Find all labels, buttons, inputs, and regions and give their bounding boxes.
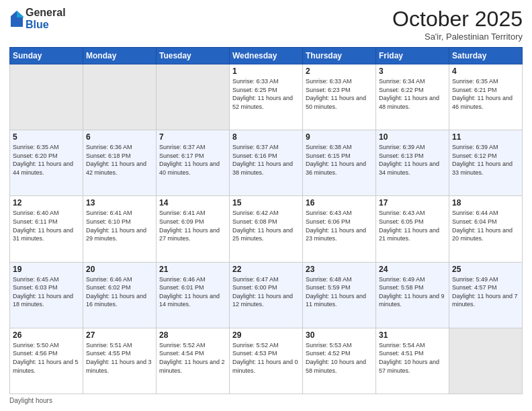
day-info: Sunrise: 6:37 AMSunset: 6:17 PMDaylight:… <box>159 143 226 177</box>
day-number: 9 <box>306 132 373 142</box>
calendar-cell <box>10 64 83 130</box>
day-info: Sunrise: 6:37 AMSunset: 6:16 PMDaylight:… <box>232 143 300 177</box>
day-number: 12 <box>13 198 80 208</box>
calendar-week-row: 12Sunrise: 6:40 AMSunset: 6:11 PMDayligh… <box>10 196 523 262</box>
day-info: Sunrise: 5:52 AMSunset: 4:54 PMDaylight:… <box>159 341 226 375</box>
day-info: Sunrise: 6:48 AMSunset: 5:59 PMDaylight:… <box>306 275 373 309</box>
day-info: Sunrise: 6:46 AMSunset: 6:01 PMDaylight:… <box>159 275 226 309</box>
header: General Blue October 2025 Sa'ir, Palesti… <box>9 7 523 42</box>
day-info: Sunrise: 5:49 AMSunset: 4:57 PMDaylight:… <box>452 275 519 309</box>
day-info: Sunrise: 6:35 AMSunset: 6:21 PMDaylight:… <box>452 77 519 111</box>
day-info: Sunrise: 6:42 AMSunset: 6:08 PMDaylight:… <box>232 209 300 242</box>
day-number: 3 <box>379 66 446 76</box>
calendar-week-row: 5Sunrise: 6:35 AMSunset: 6:20 PMDaylight… <box>10 130 523 196</box>
day-number: 27 <box>86 330 153 340</box>
calendar-week-row: 1Sunrise: 6:33 AMSunset: 6:25 PMDaylight… <box>10 64 523 130</box>
calendar-cell: 30Sunrise: 5:53 AMSunset: 4:52 PMDayligh… <box>303 328 376 394</box>
calendar-week-row: 19Sunrise: 6:45 AMSunset: 6:03 PMDayligh… <box>10 262 523 328</box>
day-number: 31 <box>379 330 446 340</box>
day-info: Sunrise: 6:49 AMSunset: 5:58 PMDaylight:… <box>379 275 446 309</box>
calendar-cell: 16Sunrise: 6:43 AMSunset: 6:06 PMDayligh… <box>303 196 376 262</box>
day-number: 17 <box>379 198 446 208</box>
day-number: 30 <box>306 330 373 340</box>
day-number: 25 <box>452 265 519 274</box>
day-header-saturday: Saturday <box>449 48 523 64</box>
day-info: Sunrise: 6:36 AMSunset: 6:18 PMDaylight:… <box>86 143 153 177</box>
calendar-cell: 7Sunrise: 6:37 AMSunset: 6:17 PMDaylight… <box>157 130 230 196</box>
calendar-cell: 17Sunrise: 6:43 AMSunset: 6:05 PMDayligh… <box>376 196 449 262</box>
calendar-cell: 3Sunrise: 6:34 AMSunset: 6:22 PMDaylight… <box>376 64 449 130</box>
calendar-cell: 20Sunrise: 6:46 AMSunset: 6:02 PMDayligh… <box>83 262 157 328</box>
calendar-cell: 26Sunrise: 5:50 AMSunset: 4:56 PMDayligh… <box>10 328 83 394</box>
day-number: 28 <box>159 330 226 340</box>
day-header-sunday: Sunday <box>10 48 83 64</box>
day-header-tuesday: Tuesday <box>157 48 230 64</box>
calendar-cell: 11Sunrise: 6:39 AMSunset: 6:12 PMDayligh… <box>449 130 523 196</box>
day-info: Sunrise: 6:47 AMSunset: 6:00 PMDaylight:… <box>232 275 300 309</box>
day-number: 18 <box>452 198 519 208</box>
day-info: Sunrise: 6:43 AMSunset: 6:06 PMDaylight:… <box>306 209 373 242</box>
day-number: 7 <box>159 132 226 142</box>
daylight-label: Daylight hours <box>9 397 52 404</box>
day-info: Sunrise: 6:39 AMSunset: 6:12 PMDaylight:… <box>452 143 519 177</box>
calendar-cell: 13Sunrise: 6:41 AMSunset: 6:10 PMDayligh… <box>83 196 157 262</box>
day-number: 24 <box>379 265 446 274</box>
day-number: 13 <box>86 198 153 208</box>
day-info: Sunrise: 6:35 AMSunset: 6:20 PMDaylight:… <box>13 143 80 177</box>
day-number: 21 <box>159 265 226 274</box>
day-info: Sunrise: 6:45 AMSunset: 6:03 PMDaylight:… <box>13 275 80 309</box>
day-number: 23 <box>306 265 373 274</box>
day-info: Sunrise: 6:39 AMSunset: 6:13 PMDaylight:… <box>379 143 446 177</box>
logo-icon <box>9 9 24 28</box>
calendar-cell: 22Sunrise: 6:47 AMSunset: 6:00 PMDayligh… <box>230 262 303 328</box>
calendar-cell: 18Sunrise: 6:44 AMSunset: 6:04 PMDayligh… <box>449 196 523 262</box>
day-info: Sunrise: 6:46 AMSunset: 6:02 PMDaylight:… <box>86 275 153 309</box>
day-number: 16 <box>306 198 373 208</box>
day-info: Sunrise: 6:33 AMSunset: 6:25 PMDaylight:… <box>232 77 300 111</box>
day-info: Sunrise: 5:50 AMSunset: 4:56 PMDaylight:… <box>13 341 80 375</box>
calendar-cell: 19Sunrise: 6:45 AMSunset: 6:03 PMDayligh… <box>10 262 83 328</box>
month-title: October 2025 <box>392 7 523 32</box>
calendar-cell: 15Sunrise: 6:42 AMSunset: 6:08 PMDayligh… <box>230 196 303 262</box>
svg-marker-1 <box>17 11 24 17</box>
day-number: 8 <box>232 132 300 142</box>
calendar-cell <box>157 64 230 130</box>
day-number: 15 <box>232 198 300 208</box>
day-number: 11 <box>452 132 519 142</box>
day-info: Sunrise: 6:44 AMSunset: 6:04 PMDaylight:… <box>452 209 519 242</box>
calendar-cell <box>449 328 523 394</box>
day-number: 19 <box>13 265 80 274</box>
calendar-cell: 28Sunrise: 5:52 AMSunset: 4:54 PMDayligh… <box>157 328 230 394</box>
day-number: 4 <box>452 66 519 76</box>
title-block: October 2025 Sa'ir, Palestinian Territor… <box>392 7 523 42</box>
calendar-cell: 9Sunrise: 6:38 AMSunset: 6:15 PMDaylight… <box>303 130 376 196</box>
calendar-cell: 4Sunrise: 6:35 AMSunset: 6:21 PMDaylight… <box>449 64 523 130</box>
calendar-table: SundayMondayTuesdayWednesdayThursdayFrid… <box>9 47 523 394</box>
day-number: 1 <box>232 66 300 76</box>
footer-note: Daylight hours <box>9 397 523 404</box>
calendar-cell: 12Sunrise: 6:40 AMSunset: 6:11 PMDayligh… <box>10 196 83 262</box>
day-number: 26 <box>13 330 80 340</box>
day-info: Sunrise: 6:43 AMSunset: 6:05 PMDaylight:… <box>379 209 446 242</box>
day-info: Sunrise: 5:52 AMSunset: 4:53 PMDaylight:… <box>232 341 300 375</box>
day-info: Sunrise: 6:38 AMSunset: 6:15 PMDaylight:… <box>306 143 373 177</box>
calendar-week-row: 26Sunrise: 5:50 AMSunset: 4:56 PMDayligh… <box>10 328 523 394</box>
calendar-cell: 10Sunrise: 6:39 AMSunset: 6:13 PMDayligh… <box>376 130 449 196</box>
calendar-cell: 8Sunrise: 6:37 AMSunset: 6:16 PMDaylight… <box>230 130 303 196</box>
day-header-friday: Friday <box>376 48 449 64</box>
location: Sa'ir, Palestinian Territory <box>392 32 523 42</box>
day-info: Sunrise: 5:54 AMSunset: 4:51 PMDaylight:… <box>379 341 446 375</box>
day-info: Sunrise: 6:40 AMSunset: 6:11 PMDaylight:… <box>13 209 80 242</box>
day-header-wednesday: Wednesday <box>230 48 303 64</box>
day-info: Sunrise: 6:41 AMSunset: 6:10 PMDaylight:… <box>86 209 153 242</box>
day-number: 20 <box>86 265 153 274</box>
calendar-cell: 25Sunrise: 5:49 AMSunset: 4:57 PMDayligh… <box>449 262 523 328</box>
calendar-cell: 31Sunrise: 5:54 AMSunset: 4:51 PMDayligh… <box>376 328 449 394</box>
calendar-cell: 2Sunrise: 6:33 AMSunset: 6:23 PMDaylight… <box>303 64 376 130</box>
calendar-cell: 23Sunrise: 6:48 AMSunset: 5:59 PMDayligh… <box>303 262 376 328</box>
day-number: 22 <box>232 265 300 274</box>
day-info: Sunrise: 5:51 AMSunset: 4:55 PMDaylight:… <box>86 341 153 375</box>
logo: General Blue <box>9 7 66 30</box>
calendar-header-row: SundayMondayTuesdayWednesdayThursdayFrid… <box>10 48 523 64</box>
calendar-cell: 5Sunrise: 6:35 AMSunset: 6:20 PMDaylight… <box>10 130 83 196</box>
